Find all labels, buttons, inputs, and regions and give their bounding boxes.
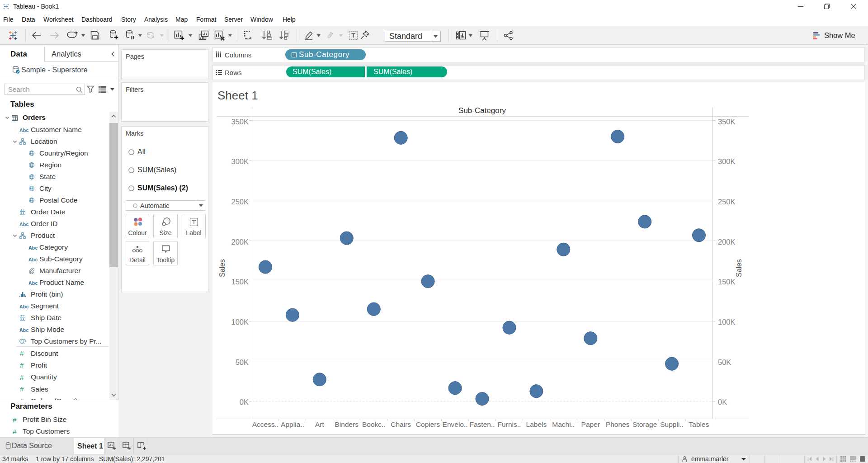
svg-text:300K: 300K	[718, 157, 736, 165]
svg-text:Art: Art	[315, 420, 325, 428]
svg-text:Machi..: Machi..	[552, 420, 575, 428]
svg-text:Sales: Sales	[735, 259, 743, 277]
svg-text:150K: 150K	[231, 278, 249, 286]
svg-text:Suppli..: Suppli..	[660, 420, 684, 428]
svg-text:300K: 300K	[231, 157, 249, 165]
svg-text:Fasten..: Fasten..	[470, 420, 495, 428]
svg-text:Access..: Access..	[252, 420, 279, 428]
svg-text:200K: 200K	[718, 238, 736, 246]
svg-text:Storage: Storage	[632, 420, 657, 428]
svg-text:Furnis..: Furnis..	[498, 420, 521, 428]
svg-text:350K: 350K	[718, 118, 736, 126]
svg-text:Sales: Sales	[218, 259, 226, 277]
svg-text:100K: 100K	[231, 318, 249, 326]
svg-text:50K: 50K	[236, 358, 249, 366]
svg-text:Binders: Binders	[335, 420, 359, 428]
svg-text:50K: 50K	[718, 358, 731, 366]
svg-text:Chairs: Chairs	[391, 420, 411, 428]
svg-text:Sub-Category: Sub-Category	[458, 106, 506, 115]
svg-text:Bookc..: Bookc..	[362, 420, 386, 428]
svg-text:350K: 350K	[231, 118, 249, 126]
svg-text:Copiers: Copiers	[416, 420, 440, 428]
svg-text:Applia..: Applia..	[281, 420, 304, 428]
svg-text:Tables: Tables	[689, 420, 709, 428]
svg-text:250K: 250K	[718, 198, 736, 206]
svg-text:150K: 150K	[718, 278, 736, 286]
svg-text:Phones: Phones	[606, 420, 630, 428]
svg-text:Paper: Paper	[581, 420, 600, 428]
svg-text:Labels: Labels	[526, 420, 547, 428]
svg-text:0K: 0K	[240, 398, 249, 406]
svg-text:200K: 200K	[231, 238, 249, 246]
svg-text:0K: 0K	[718, 398, 727, 406]
svg-text:100K: 100K	[718, 318, 736, 326]
svg-text:Envelo..: Envelo..	[443, 420, 468, 428]
svg-text:250K: 250K	[231, 198, 249, 206]
